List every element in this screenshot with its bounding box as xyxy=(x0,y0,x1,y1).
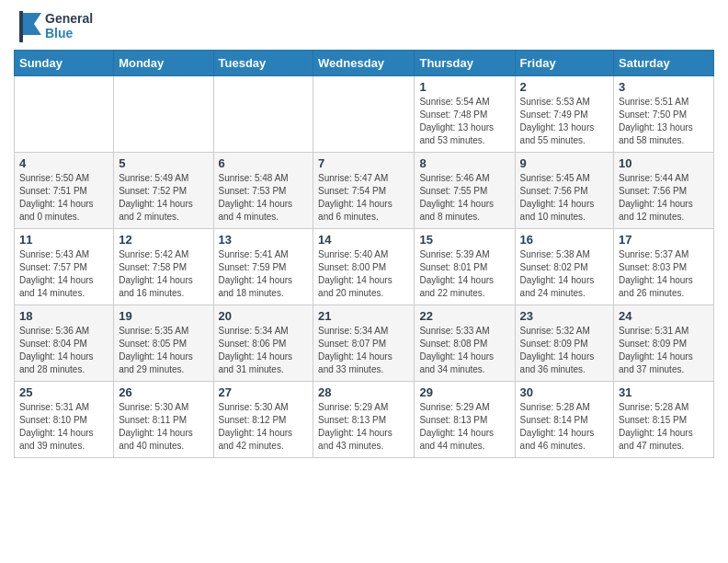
day-number: 29 xyxy=(419,385,509,399)
day-info: Sunrise: 5:38 AM Sunset: 8:02 PM Dayligh… xyxy=(520,248,609,300)
calendar-day-cell: 22Sunrise: 5:33 AM Sunset: 8:08 PM Dayli… xyxy=(415,305,515,382)
header: General Blue xyxy=(14,9,714,42)
calendar-day-cell: 27Sunrise: 5:30 AM Sunset: 8:12 PM Dayli… xyxy=(213,382,313,458)
logo-container: General Blue xyxy=(14,9,93,42)
day-number: 11 xyxy=(19,233,108,247)
day-info: Sunrise: 5:46 AM Sunset: 7:55 PM Dayligh… xyxy=(419,172,509,224)
logo-general: General xyxy=(45,11,93,26)
day-info: Sunrise: 5:37 AM Sunset: 8:03 PM Dayligh… xyxy=(619,248,709,300)
day-number: 28 xyxy=(318,385,409,399)
calendar-day-cell: 28Sunrise: 5:29 AM Sunset: 8:13 PM Dayli… xyxy=(313,382,415,458)
day-of-week-header: Friday xyxy=(515,51,613,76)
day-info: Sunrise: 5:28 AM Sunset: 8:14 PM Dayligh… xyxy=(520,401,609,453)
day-info: Sunrise: 5:50 AM Sunset: 7:51 PM Dayligh… xyxy=(19,172,108,224)
calendar-day-cell: 13Sunrise: 5:41 AM Sunset: 7:59 PM Dayli… xyxy=(213,229,313,305)
calendar-week-row: 1Sunrise: 5:54 AM Sunset: 7:48 PM Daylig… xyxy=(15,76,714,153)
calendar-day-cell: 3Sunrise: 5:51 AM Sunset: 7:50 PM Daylig… xyxy=(614,76,714,153)
day-number: 17 xyxy=(619,233,709,247)
day-info: Sunrise: 5:43 AM Sunset: 7:57 PM Dayligh… xyxy=(19,248,108,300)
day-number: 25 xyxy=(19,385,108,399)
day-number: 1 xyxy=(419,80,509,94)
calendar-day-cell xyxy=(213,76,313,153)
calendar-day-cell: 21Sunrise: 5:34 AM Sunset: 8:07 PM Dayli… xyxy=(313,305,415,382)
day-number: 22 xyxy=(419,309,509,323)
day-info: Sunrise: 5:53 AM Sunset: 7:49 PM Dayligh… xyxy=(520,96,609,147)
calendar-day-cell: 7Sunrise: 5:47 AM Sunset: 7:54 PM Daylig… xyxy=(313,153,415,229)
calendar-week-row: 4Sunrise: 5:50 AM Sunset: 7:51 PM Daylig… xyxy=(15,153,714,229)
logo-blue: Blue xyxy=(45,26,93,40)
day-number: 20 xyxy=(219,309,309,323)
day-number: 6 xyxy=(219,156,309,170)
day-number: 13 xyxy=(219,233,309,247)
day-number: 5 xyxy=(119,156,208,170)
day-number: 19 xyxy=(119,309,208,323)
day-number: 2 xyxy=(520,80,609,94)
day-info: Sunrise: 5:44 AM Sunset: 7:56 PM Dayligh… xyxy=(619,172,709,224)
calendar-day-cell: 6Sunrise: 5:48 AM Sunset: 7:53 PM Daylig… xyxy=(213,153,313,229)
calendar-day-cell: 25Sunrise: 5:31 AM Sunset: 8:10 PM Dayli… xyxy=(15,382,114,458)
day-info: Sunrise: 5:33 AM Sunset: 8:08 PM Dayligh… xyxy=(419,325,509,376)
day-info: Sunrise: 5:54 AM Sunset: 7:48 PM Dayligh… xyxy=(419,96,509,147)
logo-flag-icon xyxy=(14,9,43,42)
calendar-day-cell: 9Sunrise: 5:45 AM Sunset: 7:56 PM Daylig… xyxy=(515,153,613,229)
calendar-day-cell: 20Sunrise: 5:34 AM Sunset: 8:06 PM Dayli… xyxy=(213,305,313,382)
day-number: 27 xyxy=(219,385,309,399)
day-number: 31 xyxy=(619,385,709,399)
calendar-day-cell: 19Sunrise: 5:35 AM Sunset: 8:05 PM Dayli… xyxy=(114,305,213,382)
calendar-day-cell: 17Sunrise: 5:37 AM Sunset: 8:03 PM Dayli… xyxy=(614,229,714,305)
calendar-day-cell xyxy=(313,76,415,153)
day-number: 9 xyxy=(520,156,609,170)
day-info: Sunrise: 5:34 AM Sunset: 8:06 PM Dayligh… xyxy=(219,325,309,376)
calendar-day-cell: 12Sunrise: 5:42 AM Sunset: 7:58 PM Dayli… xyxy=(114,229,213,305)
day-number: 7 xyxy=(318,156,409,170)
day-info: Sunrise: 5:31 AM Sunset: 8:10 PM Dayligh… xyxy=(19,401,108,453)
svg-marker-0 xyxy=(23,13,41,35)
calendar-day-cell: 10Sunrise: 5:44 AM Sunset: 7:56 PM Dayli… xyxy=(614,153,714,229)
calendar-table: SundayMondayTuesdayWednesdayThursdayFrid… xyxy=(14,50,714,458)
day-number: 26 xyxy=(119,385,208,399)
day-info: Sunrise: 5:48 AM Sunset: 7:53 PM Dayligh… xyxy=(219,172,309,224)
calendar-day-cell: 26Sunrise: 5:30 AM Sunset: 8:11 PM Dayli… xyxy=(114,382,213,458)
calendar-day-cell: 15Sunrise: 5:39 AM Sunset: 8:01 PM Dayli… xyxy=(415,229,515,305)
day-number: 15 xyxy=(419,233,509,247)
calendar-day-cell: 5Sunrise: 5:49 AM Sunset: 7:52 PM Daylig… xyxy=(114,153,213,229)
day-of-week-header: Wednesday xyxy=(313,51,415,76)
day-of-week-header: Thursday xyxy=(415,51,515,76)
day-info: Sunrise: 5:29 AM Sunset: 8:13 PM Dayligh… xyxy=(419,401,509,453)
day-of-week-header: Monday xyxy=(114,51,213,76)
logo-text-block: General Blue xyxy=(45,11,93,40)
day-info: Sunrise: 5:36 AM Sunset: 8:04 PM Dayligh… xyxy=(19,325,108,376)
calendar-day-cell: 11Sunrise: 5:43 AM Sunset: 7:57 PM Dayli… xyxy=(15,229,114,305)
day-info: Sunrise: 5:49 AM Sunset: 7:52 PM Dayligh… xyxy=(119,172,208,224)
day-info: Sunrise: 5:39 AM Sunset: 8:01 PM Dayligh… xyxy=(419,248,509,300)
day-info: Sunrise: 5:45 AM Sunset: 7:56 PM Dayligh… xyxy=(520,172,609,224)
day-info: Sunrise: 5:31 AM Sunset: 8:09 PM Dayligh… xyxy=(619,325,709,376)
day-number: 24 xyxy=(619,309,709,323)
day-info: Sunrise: 5:41 AM Sunset: 7:59 PM Dayligh… xyxy=(219,248,309,300)
day-of-week-header: Saturday xyxy=(614,51,714,76)
calendar-day-cell: 23Sunrise: 5:32 AM Sunset: 8:09 PM Dayli… xyxy=(515,305,613,382)
day-info: Sunrise: 5:32 AM Sunset: 8:09 PM Dayligh… xyxy=(520,325,609,376)
calendar-day-cell: 16Sunrise: 5:38 AM Sunset: 8:02 PM Dayli… xyxy=(515,229,613,305)
day-number: 18 xyxy=(19,309,108,323)
svg-rect-1 xyxy=(19,11,23,42)
day-number: 10 xyxy=(619,156,709,170)
day-info: Sunrise: 5:35 AM Sunset: 8:05 PM Dayligh… xyxy=(119,325,208,376)
day-number: 8 xyxy=(419,156,509,170)
calendar-header-row: SundayMondayTuesdayWednesdayThursdayFrid… xyxy=(15,51,714,76)
day-of-week-header: Tuesday xyxy=(213,51,313,76)
day-info: Sunrise: 5:28 AM Sunset: 8:15 PM Dayligh… xyxy=(619,401,709,453)
logo: General Blue xyxy=(14,9,93,42)
day-number: 4 xyxy=(19,156,108,170)
calendar-day-cell xyxy=(114,76,213,153)
day-number: 30 xyxy=(520,385,609,399)
day-of-week-header: Sunday xyxy=(15,51,114,76)
day-number: 12 xyxy=(119,233,208,247)
day-number: 21 xyxy=(318,309,409,323)
calendar-day-cell: 24Sunrise: 5:31 AM Sunset: 8:09 PM Dayli… xyxy=(614,305,714,382)
calendar-day-cell: 8Sunrise: 5:46 AM Sunset: 7:55 PM Daylig… xyxy=(415,153,515,229)
day-info: Sunrise: 5:29 AM Sunset: 8:13 PM Dayligh… xyxy=(318,401,409,453)
calendar-week-row: 25Sunrise: 5:31 AM Sunset: 8:10 PM Dayli… xyxy=(15,382,714,458)
day-info: Sunrise: 5:42 AM Sunset: 7:58 PM Dayligh… xyxy=(119,248,208,300)
calendar-day-cell: 14Sunrise: 5:40 AM Sunset: 8:00 PM Dayli… xyxy=(313,229,415,305)
